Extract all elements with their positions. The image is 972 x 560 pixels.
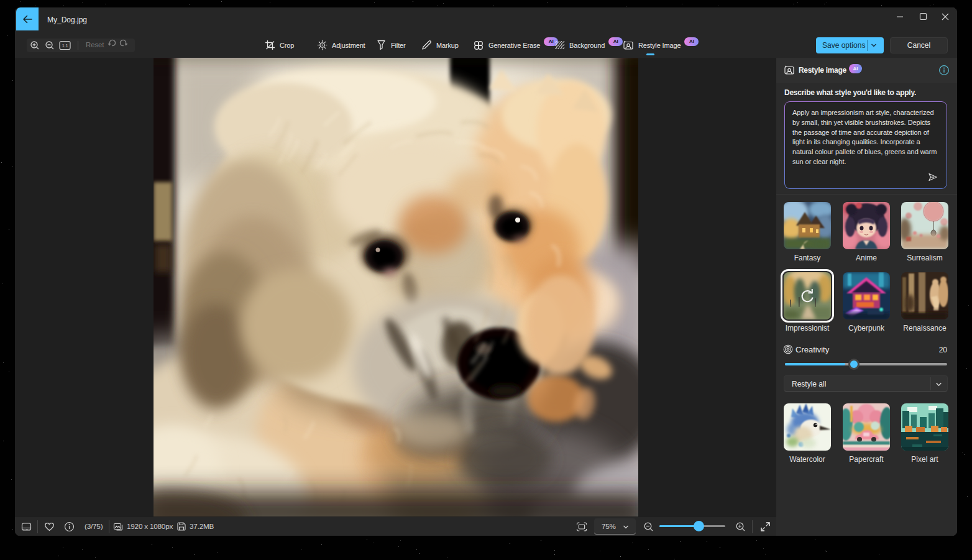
svg-text:Reset: Reset [86, 41, 104, 48]
svg-text:1:1: 1:1 [62, 44, 68, 48]
